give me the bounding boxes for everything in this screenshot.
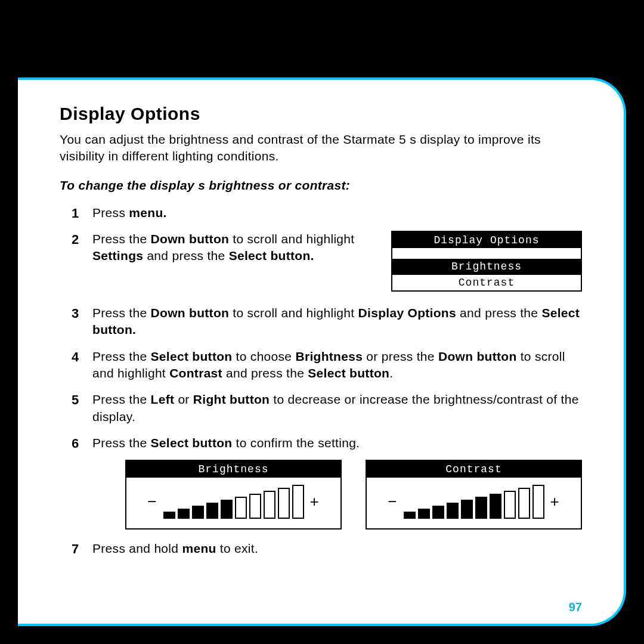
gauge-bar — [518, 488, 530, 519]
step-text: to confirm the setting. — [232, 436, 360, 450]
lcd-title: Display Options — [392, 232, 581, 248]
step-3: Press the Down button to scroll and high… — [60, 305, 582, 339]
gauge-bar — [249, 494, 261, 519]
step-text: Press the — [92, 306, 151, 320]
step-text: Press the — [92, 436, 151, 450]
gauge-bar — [206, 503, 218, 519]
step-bold: Select button — [151, 349, 233, 363]
step-bold: menu — [182, 541, 216, 555]
step-text: and press the — [143, 249, 228, 262]
step-text: to exit. — [216, 541, 258, 555]
step-bold: Display Options — [358, 306, 456, 320]
gauge-bar — [278, 488, 290, 519]
plus-icon: + — [304, 491, 326, 512]
gauge-bar — [221, 500, 233, 519]
contrast-bars — [404, 485, 544, 519]
gauge-bar — [432, 506, 444, 519]
gauge-bar — [292, 485, 304, 519]
step-bold: Contrast — [169, 366, 222, 380]
gauge-bar — [461, 500, 473, 519]
gauge-bar — [532, 485, 544, 519]
page-card: Display Options You can adjust the brigh… — [18, 78, 626, 626]
brightness-gauge: Brightness − + — [125, 460, 342, 529]
contrast-gauge: Contrast − + — [366, 460, 582, 529]
gauge-bar — [192, 506, 204, 519]
minus-icon: − — [141, 491, 163, 512]
step-text: Press the — [92, 349, 151, 363]
lcd-row-brightness: Brightness — [392, 259, 581, 274]
gauge-bar — [264, 491, 275, 519]
page-title: Display Options — [60, 104, 582, 124]
step-text: and press the — [222, 366, 308, 380]
gauge-row: Brightness − + Contrast − + — [125, 460, 582, 529]
step-text: Press the — [92, 392, 151, 406]
step-bold: Left — [151, 392, 175, 406]
step-text: to scroll and highlight — [229, 306, 358, 320]
gauge-title: Brightness — [126, 461, 340, 477]
step-4: Press the Select button to choose Bright… — [60, 348, 582, 382]
gauge-bar — [418, 509, 430, 519]
plus-icon: + — [544, 491, 566, 512]
step-1: Press menu. — [60, 205, 582, 221]
step-bold: Down button — [438, 349, 517, 363]
intro-text: You can adjust the brightness and contra… — [60, 131, 582, 165]
step-bold: Select button — [151, 436, 233, 450]
gauge-bar — [235, 497, 247, 519]
step-text: . — [389, 366, 393, 380]
step-text: Press the — [92, 232, 151, 246]
step-bold: Select button. — [229, 249, 314, 262]
lcd-row-contrast: Contrast — [392, 275, 581, 290]
step-2: Display Options Brightness Contrast Pres… — [60, 231, 582, 295]
step-7: Press and hold menu to exit. — [60, 540, 582, 557]
sub-heading: To change the display s brightness or co… — [60, 178, 582, 193]
gauge-bar — [490, 494, 501, 519]
step-bold: Select button — [308, 366, 389, 380]
step-6: Press the Select button to confirm the s… — [60, 435, 582, 530]
gauge-bar — [475, 497, 487, 519]
lcd-display-options-menu: Display Options Brightness Contrast — [391, 231, 582, 292]
step-bold: menu. — [129, 206, 166, 219]
step-5: Press the Left or Right button to decrea… — [60, 391, 582, 425]
step-bold: Right button — [193, 392, 270, 406]
step-text: to scroll and highlight — [229, 232, 354, 246]
step-text: Press — [92, 206, 129, 219]
brightness-bars — [163, 485, 304, 519]
step-bold: Settings — [92, 249, 143, 262]
step-text: and press the — [456, 306, 541, 320]
gauge-bar — [163, 512, 175, 519]
steps-list: Press menu. Display Options Brightness C… — [60, 205, 582, 557]
step-text: or press the — [363, 349, 438, 363]
step-bold: Down button — [151, 306, 230, 320]
gauge-bar — [447, 503, 459, 519]
step-text: Press and hold — [92, 541, 182, 555]
gauge-title: Contrast — [367, 461, 581, 477]
gauge-bar — [504, 491, 516, 519]
step-text: or — [174, 392, 193, 406]
step-bold: Down button — [151, 232, 230, 246]
step-bold: Brightness — [296, 349, 363, 363]
gauge-bar — [404, 512, 416, 519]
minus-icon: − — [382, 491, 403, 512]
step-text: to choose — [232, 349, 295, 363]
gauge-bar — [178, 509, 190, 519]
page-number: 97 — [569, 600, 582, 614]
